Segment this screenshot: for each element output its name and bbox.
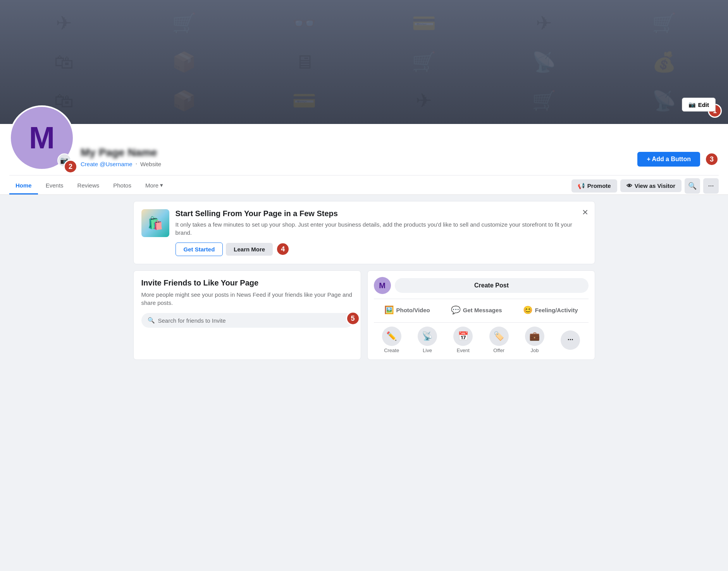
add-button-wrap: + Add a Button 3	[637, 152, 719, 167]
small-avatar: M	[374, 277, 391, 294]
photo-video-icon: 🖼️	[384, 305, 394, 315]
website-link[interactable]: Website	[140, 161, 161, 167]
live-icon: 📡	[418, 327, 437, 346]
invite-card: Invite Friends to Like Your Page More pe…	[133, 270, 361, 360]
get-started-button[interactable]: Get Started	[176, 243, 223, 256]
feeling-icon: 😊	[523, 305, 533, 315]
event-item[interactable]: 📅 Event	[453, 327, 473, 353]
invite-badge-5: 5	[346, 311, 360, 325]
tab-home[interactable]: Home	[9, 177, 38, 194]
eye-icon: 👁	[626, 182, 632, 189]
selling-description: It only takes a few minutes to set up yo…	[176, 220, 587, 237]
create-post-top: M Create Post	[374, 277, 589, 294]
invite-title: Invite Friends to Like Your Page	[141, 279, 353, 287]
search-friends-input[interactable]: 🔍 Search for friends to Invite 5	[141, 313, 353, 328]
more-options-button[interactable]: ···	[703, 178, 719, 194]
selling-badge-4: 4	[276, 242, 290, 256]
add-button-label: + Add a Button	[647, 156, 691, 163]
tab-reviews[interactable]: Reviews	[71, 177, 106, 194]
main-content: 🛍️ Start Selling From Your Page in a Few…	[124, 195, 604, 366]
tab-photos[interactable]: Photos	[107, 177, 138, 194]
view-as-visitor-button[interactable]: 👁 View as Visitor	[620, 179, 682, 192]
nav-left: Home Events Reviews Photos More ▾	[9, 177, 169, 194]
profile-badge-2: 2	[64, 160, 77, 174]
messenger-icon: 💬	[451, 305, 461, 315]
selling-title: Start Selling From Your Page in a Few St…	[176, 209, 587, 218]
create-post-placeholder: Create Post	[474, 282, 509, 289]
nav-tabs: Home Events Reviews Photos More ▾ 📢 Prom…	[9, 175, 719, 194]
megaphone-icon: 📢	[578, 182, 585, 189]
tab-more[interactable]: More ▾	[139, 177, 169, 194]
learn-more-button[interactable]: Learn More	[226, 243, 273, 256]
get-messages-label: Get Messages	[463, 307, 502, 313]
profile-badge-3: 3	[705, 152, 719, 166]
create-username-link[interactable]: Create @Username	[81, 161, 133, 167]
create-item[interactable]: ✏️ Create	[382, 327, 401, 353]
job-item[interactable]: 💼 Job	[525, 327, 544, 353]
cover-edit-button[interactable]: 📷 Edit	[682, 98, 716, 112]
edit-label: Edit	[698, 101, 709, 108]
cover-pattern: ✈ 🛒 👓 💳 ✈ 🛒 🛍 📦 🖥 🛒 📡 💰 🛍 📦 💳 ✈ 🛒 📡	[0, 0, 728, 124]
promote-button[interactable]: 📢 Promote	[571, 179, 617, 193]
dots-icon: ···	[708, 182, 714, 190]
photo-video-action[interactable]: 🖼️ Photo/Video	[380, 302, 435, 318]
camera-icon: 📷	[688, 101, 696, 108]
tab-events[interactable]: Events	[40, 177, 70, 194]
search-icon: 🔍	[688, 182, 697, 190]
profile-top: M 📷 2 My Page Name Create @Username · We…	[9, 124, 719, 175]
nav-right: 📢 Promote 👁 View as Visitor 🔍 ···	[571, 178, 719, 194]
invite-description: More people might see your posts in News…	[141, 291, 353, 307]
search-placeholder: Search for friends to Invite	[158, 317, 226, 324]
promote-label: Promote	[587, 182, 611, 189]
event-icon: 📅	[453, 327, 473, 346]
selling-actions: Get Started Learn More 4	[176, 242, 587, 256]
cover-photo: ✈ 🛒 👓 💳 ✈ 🛒 🛍 📦 🖥 🛒 📡 💰 🛍 📦 💳 ✈ 🛒 📡 1 📷 …	[0, 0, 728, 124]
feeling-activity-action[interactable]: 😊 Feeling/Activity	[518, 302, 583, 318]
feeling-activity-label: Feeling/Activity	[535, 307, 578, 313]
create-bottom: ✏️ Create 📡 Live 📅 Event 🏷️ Offer 💼	[374, 322, 589, 353]
selling-banner: 🛍️ Start Selling From Your Page in a Few…	[133, 201, 595, 264]
create-post-card: M Create Post 🖼️ Photo/Video 💬 Get Messa…	[367, 270, 595, 360]
selling-content: Start Selling From Your Page in a Few St…	[176, 209, 587, 256]
avatar-wrap: M 📷 2	[9, 105, 74, 170]
profile-links: Create @Username · Website	[81, 160, 631, 167]
offer-item[interactable]: 🏷️ Offer	[489, 327, 509, 353]
close-icon: ✕	[582, 208, 589, 217]
create-icon: ✏️	[382, 327, 401, 346]
photo-video-label: Photo/Video	[396, 307, 430, 313]
create-post-input[interactable]: Create Post	[395, 278, 589, 293]
live-item[interactable]: 📡 Live	[418, 327, 437, 353]
separator: ·	[136, 160, 137, 167]
close-banner-button[interactable]: ✕	[582, 208, 589, 217]
profile-info: My Page Name Create @Username · Website	[81, 146, 631, 170]
chevron-down-icon: ▾	[160, 182, 163, 189]
search-icon: 🔍	[148, 317, 155, 324]
add-a-button-btn[interactable]: + Add a Button	[637, 152, 700, 167]
get-messages-action[interactable]: 💬 Get Messages	[446, 302, 507, 318]
post-actions: 🖼️ Photo/Video 💬 Get Messages 😊 Feeling/…	[374, 299, 589, 318]
more-item[interactable]: ···	[561, 330, 580, 350]
more-icon: ···	[561, 330, 580, 350]
search-button[interactable]: 🔍	[685, 178, 700, 194]
selling-icon: 🛍️	[141, 209, 169, 237]
page-name: My Page Name	[81, 146, 631, 159]
bottom-grid: Invite Friends to Like Your Page More pe…	[133, 270, 595, 360]
profile-section: M 📷 2 My Page Name Create @Username · We…	[0, 124, 728, 195]
view-as-visitor-label: View as Visitor	[635, 182, 675, 189]
avatar-letter: M	[29, 120, 55, 156]
job-icon: 💼	[525, 327, 544, 346]
offer-icon: 🏷️	[489, 327, 509, 346]
